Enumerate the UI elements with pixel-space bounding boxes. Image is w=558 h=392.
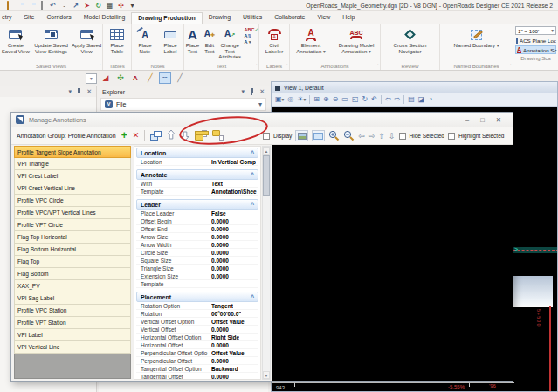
- element-annotation-button[interactable]: A Element Annotation ▾: [290, 26, 332, 54]
- property-value[interactable]: False: [211, 210, 226, 217]
- list-item[interactable]: Profile Tangent Slope Annotation: [14, 146, 131, 158]
- section-header[interactable]: Location^: [136, 148, 258, 158]
- property-row[interactable]: Perpendicular Offset0.0000: [136, 357, 258, 365]
- move-down-button[interactable]: [181, 127, 189, 143]
- view-brightness-icon[interactable]: ☀▾: [297, 94, 306, 105]
- pan-right-icon[interactable]: ⇨: [369, 131, 375, 141]
- tab-help[interactable]: Help: [336, 12, 361, 24]
- move-up-button[interactable]: [167, 127, 176, 143]
- place-label-button[interactable]: Place Label: [158, 26, 183, 54]
- annotation-preview-viewport[interactable]: [272, 145, 513, 381]
- dialog-launcher-icon[interactable]: ⌐: [285, 61, 287, 69]
- add-annotation-group-button[interactable]: +: [121, 130, 127, 141]
- clip-mask-icon[interactable]: ◔: [428, 94, 432, 105]
- qat-dropdown-icon[interactable]: ▾: [128, 2, 136, 10]
- brush-icon[interactable]: ╱: [144, 72, 156, 84]
- property-value[interactable]: 0.0000: [211, 265, 229, 272]
- collapse-icon[interactable]: ^: [251, 172, 254, 178]
- property-value[interactable]: Right Side: [211, 334, 239, 340]
- property-value[interactable]: 0.0000: [211, 258, 229, 264]
- update-saved-view-settings-button[interactable]: Update Saved View Settings: [32, 26, 71, 54]
- collapse-icon[interactable]: ^: [251, 294, 254, 300]
- named-boundary-button[interactable]: Named Boundary ▾: [454, 26, 499, 49]
- list-item[interactable]: Profile VPC/VPT Vertical Lines: [14, 207, 131, 219]
- property-value[interactable]: 0.0000: [211, 234, 229, 240]
- scroll-down-icon[interactable]: ▼: [263, 371, 270, 379]
- text-style-icon[interactable]: A: [129, 72, 141, 84]
- property-value[interactable]: 0.0000: [211, 358, 229, 364]
- property-row[interactable]: Arrow Width0.0000: [136, 241, 258, 249]
- dialog-launcher-icon[interactable]: ⌐: [375, 61, 378, 69]
- property-value[interactable]: 0.0000: [211, 374, 229, 380]
- property-row[interactable]: TemplateAnnotation\Shee: [136, 188, 258, 196]
- property-value[interactable]: In Vertical Comp: [211, 159, 256, 165]
- property-value[interactable]: 0.0000: [211, 327, 229, 333]
- save-settings-icon[interactable]: [26, 2, 34, 10]
- tab-drawing-production[interactable]: Drawing Production: [131, 12, 202, 24]
- hide-selected-checkbox[interactable]: [399, 133, 406, 140]
- dialog-launcher-icon[interactable]: ⌐: [254, 61, 257, 69]
- pan-down-icon[interactable]: ⇩: [389, 131, 396, 141]
- dialog-launcher-icon[interactable]: ⌐: [508, 61, 511, 69]
- change-text-attributes-button[interactable]: A↗ Change Text Attributes: [218, 26, 242, 60]
- pan-view-icon[interactable]: ⊞: [313, 94, 320, 105]
- list-item[interactable]: VPI Sag Label: [14, 292, 131, 305]
- property-row[interactable]: Template: [136, 280, 258, 288]
- list-item[interactable]: Flag Top: [14, 256, 131, 268]
- list-item[interactable]: Profile VPT Circle: [14, 219, 131, 231]
- panel-close-icon[interactable]: ✕: [259, 88, 265, 95]
- place-text-button[interactable]: A Place Text: [184, 26, 201, 54]
- list-item[interactable]: Profile VPC Circle: [14, 195, 131, 207]
- scroll-up-icon[interactable]: ▲: [263, 147, 270, 155]
- rotate-view-icon[interactable]: ↻: [362, 94, 368, 105]
- property-row[interactable]: Triangle Size0.0000: [136, 265, 258, 272]
- copy-icon[interactable]: [38, 2, 45, 10]
- zoom-out-icon[interactable]: ⊖: [333, 94, 339, 105]
- linestyle-icon[interactable]: ╌: [159, 72, 171, 84]
- properties-scrollbar[interactable]: ▲ ▼: [262, 146, 271, 380]
- list-item[interactable]: VPI Vertical Line: [14, 341, 131, 354]
- section-header[interactable]: Annotate^: [136, 169, 258, 180]
- property-value[interactable]: Tangent: [211, 303, 233, 309]
- palette-icon[interactable]: ✣: [114, 72, 127, 84]
- tab-drawing[interactable]: Drawing: [203, 12, 237, 24]
- acs-plane-lock-button[interactable]: ACS Plane Loc: [515, 36, 556, 45]
- property-value[interactable]: 0.0000: [211, 226, 229, 232]
- property-value[interactable]: 0.0000: [211, 273, 229, 279]
- spell-check-icon[interactable]: ABC✓: [244, 27, 258, 32]
- property-row[interactable]: Rotation00°00'00.0": [136, 310, 258, 318]
- list-item[interactable]: Profile VPT Station: [14, 317, 131, 329]
- panel-close-icon[interactable]: ✕: [86, 88, 92, 95]
- sync-icon[interactable]: ↻: [94, 2, 102, 10]
- tab-collaborate[interactable]: Collaborate: [268, 12, 311, 24]
- tab-model-detailing[interactable]: Model Detailing: [78, 12, 132, 24]
- text-more-icon[interactable]: A ▾: [244, 39, 258, 45]
- section-header[interactable]: Placement^: [136, 292, 258, 302]
- pan-left-icon[interactable]: ⇦: [358, 131, 365, 141]
- property-value[interactable]: 0.0000: [211, 342, 229, 348]
- tab-view[interactable]: View: [311, 12, 336, 24]
- open-file-icon[interactable]: [3, 2, 11, 10]
- delete-annotation-group-button[interactable]: ✕: [133, 131, 140, 140]
- list-item[interactable]: XAX_PV: [14, 280, 131, 292]
- drawing-scale-combo[interactable]: 1" = 100'▾: [515, 26, 556, 35]
- window-area-icon[interactable]: ▭: [341, 94, 348, 105]
- list-item[interactable]: VPI Triangle: [14, 158, 131, 170]
- preview-window-button[interactable]: [312, 130, 325, 141]
- place-note-button[interactable]: A Place Note: [133, 26, 157, 54]
- style-combo[interactable]: ▾: [86, 73, 97, 84]
- annotation-scale-button[interactable]: AAnnotation Sc: [515, 45, 556, 54]
- property-row[interactable]: Arrow Size0.0000: [136, 233, 258, 241]
- list-item[interactable]: Flag Bottom Horizontal: [14, 244, 131, 256]
- property-value[interactable]: 00°00'00.0": [211, 311, 241, 317]
- text-styles-icon[interactable]: A⇅: [244, 33, 258, 38]
- drawing-model-annotation-button[interactable]: ABC Drawing Model Annotation ▾: [333, 26, 380, 54]
- reorder-windows-icon[interactable]: [150, 131, 162, 141]
- property-value[interactable]: Text: [211, 181, 223, 187]
- property-value[interactable]: Backward: [211, 366, 238, 372]
- pen-icon[interactable]: ╱: [174, 72, 186, 84]
- property-row[interactable]: Place LeaderFalse: [136, 210, 258, 217]
- property-value[interactable]: 0.0000: [211, 218, 229, 224]
- highlight-selected-checkbox[interactable]: [448, 133, 455, 140]
- property-row[interactable]: Circle Size0.0000: [136, 249, 258, 257]
